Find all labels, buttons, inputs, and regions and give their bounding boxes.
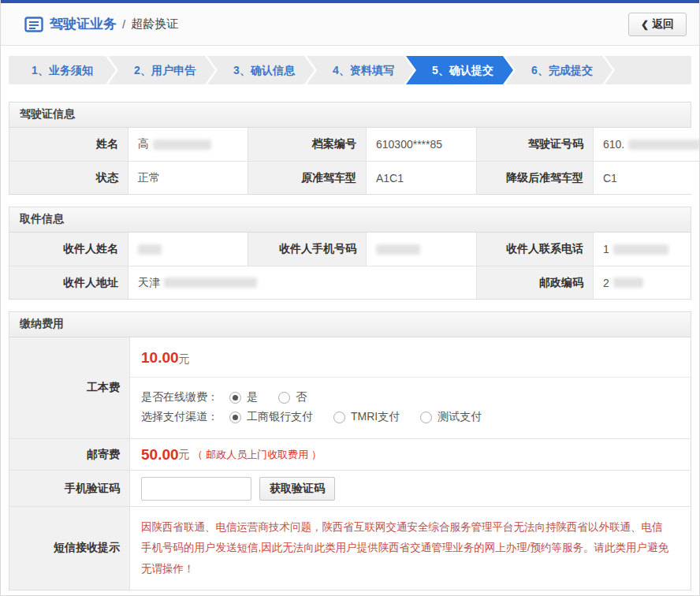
sms-notice-label: 短信接收提示: [9, 506, 129, 590]
header: 驾驶证业务 / 超龄换证 ❮ 返回: [1, 3, 699, 46]
online-pay-no-label[interactable]: 否: [296, 390, 307, 404]
step-4-fill-materials: 4、资料填写: [307, 56, 414, 84]
orig-class-value: A1C1: [366, 161, 476, 194]
sms-code-content: 获取验证码: [129, 470, 691, 506]
name-label: 姓名: [9, 128, 128, 161]
pay-channel-row: 选择支付渠道： 工商银行支付 TMRI支付 测试支付: [141, 410, 680, 424]
section-fees: 缴纳费用 工本费 10.00元 是否在线缴费： 是: [9, 311, 691, 590]
channel-tmri-label[interactable]: TMRI支付: [351, 410, 400, 424]
pickup-info-table: 收件人姓名 收件人手机号码 收件人联系电话 1 收件人地址 天津 邮政编码 2: [9, 233, 691, 299]
online-pay-label: 是否在线缴费：: [141, 390, 218, 404]
file-no-label: 档案编号: [248, 128, 366, 161]
recipient-name-label: 收件人姓名: [9, 233, 128, 266]
step-wizard: 1、业务须知 2、用户申告 3、确认信息 4、资料填写 5、确认提交 6、完成提…: [9, 56, 691, 84]
radio-unselected-icon[interactable]: [278, 392, 290, 404]
postage-fee-label: 邮寄费: [9, 438, 129, 470]
step-bar-filler: [605, 56, 691, 84]
postage-fee-unit: 元: [179, 448, 190, 462]
channel-tmri-radio[interactable]: TMRI支付: [333, 410, 400, 424]
radio-unselected-icon[interactable]: [333, 412, 345, 423]
step-3-confirm-info: 3、确认信息: [207, 56, 315, 84]
recipient-name-value: [128, 233, 248, 266]
radio-unselected-icon[interactable]: [420, 412, 432, 423]
license-no-label: 驾驶证号码: [476, 128, 593, 161]
redacted-value: [164, 278, 257, 288]
redacted-value: [376, 244, 420, 255]
page-title: 驾驶证业务: [50, 15, 117, 33]
fees-table: 工本费 10.00元 是否在线缴费： 是 否: [9, 337, 691, 590]
redacted-value: [628, 140, 700, 150]
postage-fee-amount: 50.00: [141, 446, 179, 464]
redacted-value: [613, 244, 668, 255]
radio-selected-icon[interactable]: [229, 392, 241, 404]
radio-selected-icon[interactable]: [229, 412, 241, 423]
online-pay-yes-label[interactable]: 是: [247, 390, 258, 404]
step-1-business-notice: 1、业务须知: [9, 56, 116, 84]
chevron-left-icon: ❮: [641, 19, 649, 30]
production-fee-content: 10.00元 是否在线缴费： 是 否: [129, 337, 691, 438]
section-title-pickup-info: 取件信息: [9, 207, 691, 233]
channel-icbc-label[interactable]: 工商银行支付: [247, 410, 313, 424]
recipient-phone-value: 1: [593, 233, 691, 266]
section-title-fees: 缴纳费用: [9, 312, 691, 337]
status-label: 状态: [9, 161, 128, 194]
redacted-value: [153, 140, 211, 150]
name-value: 高: [128, 128, 248, 161]
section-license-info: 驾驶证信息 姓名 高 档案编号 610300****85 驾驶证号码 610. …: [9, 102, 691, 195]
channel-test-radio[interactable]: 测试支付: [420, 410, 482, 424]
production-fee-amount: 10.00: [141, 349, 179, 366]
sms-code-input[interactable]: [141, 477, 251, 501]
online-pay-row: 是否在线缴费： 是 否: [141, 390, 680, 404]
recipient-mobile-value: [366, 233, 476, 266]
step-6-finish-submit: 6、完成提交: [505, 56, 612, 84]
breadcrumb-divider: /: [122, 17, 125, 31]
status-value: 正常: [128, 161, 248, 194]
section-pickup-info: 取件信息 收件人姓名 收件人手机号码 收件人联系电话 1 收件人地址 天津 邮政…: [9, 207, 691, 300]
sms-notice-text: 因陕西省联通、电信运营商技术问题，陕西省互联网交通安全综合服务管理平台无法向持陕…: [129, 506, 691, 590]
license-no-value: 610.: [593, 128, 700, 161]
down-class-label: 降级后准驾车型: [476, 161, 593, 194]
section-title-license-info: 驾驶证信息: [9, 102, 691, 128]
sms-code-label: 手机验证码: [9, 470, 129, 506]
channel-test-label[interactable]: 测试支付: [438, 410, 482, 424]
step-5-confirm-submit: 5、确认提交: [406, 56, 513, 84]
postage-fee-content: 50.00元 （ 邮政人员上门收取费用 ）: [129, 438, 691, 470]
production-fee-unit: 元: [179, 352, 190, 365]
channel-icbc-radio[interactable]: 工商银行支付: [229, 410, 313, 424]
file-no-value: 610300****85: [366, 128, 476, 161]
back-button[interactable]: ❮ 返回: [628, 13, 687, 36]
online-pay-no-radio[interactable]: 否: [278, 390, 307, 404]
zip-code-value: 2: [593, 266, 691, 299]
license-info-table: 姓名 高 档案编号 610300****85 驾驶证号码 610. 状态 正常 …: [9, 128, 691, 194]
recipient-address-value: 天津: [128, 266, 476, 299]
production-fee-amount-row: 10.00元: [130, 337, 691, 378]
page: 驾驶证业务 / 超龄换证 ❮ 返回 1、业务须知 2、用户申告 3、确认信息 4…: [0, 0, 700, 596]
pay-channel-label: 选择支付渠道：: [141, 410, 218, 424]
redacted-value: [613, 278, 643, 288]
production-fee-label: 工本费: [9, 337, 129, 438]
recipient-phone-label: 收件人联系电话: [476, 233, 593, 266]
recipient-address-label: 收件人地址: [9, 266, 128, 299]
back-button-label: 返回: [652, 17, 674, 32]
step-2-user-declaration: 2、用户申告: [108, 56, 215, 84]
redacted-value: [138, 244, 162, 255]
payment-options: 是否在线缴费： 是 否 选择支付渠道：: [130, 378, 691, 438]
orig-class-label: 原准驾车型: [248, 161, 366, 194]
get-code-button[interactable]: 获取验证码: [259, 477, 335, 501]
online-pay-yes-radio[interactable]: 是: [229, 390, 258, 404]
recipient-mobile-label: 收件人手机号码: [248, 233, 366, 266]
zip-code-label: 邮政编码: [476, 266, 593, 299]
breadcrumb-current: 超龄换证: [131, 17, 178, 32]
down-class-value: C1: [593, 161, 700, 194]
form-list-icon: [24, 17, 43, 32]
postage-fee-note: （ 邮政人员上门收取费用 ）: [193, 448, 322, 462]
